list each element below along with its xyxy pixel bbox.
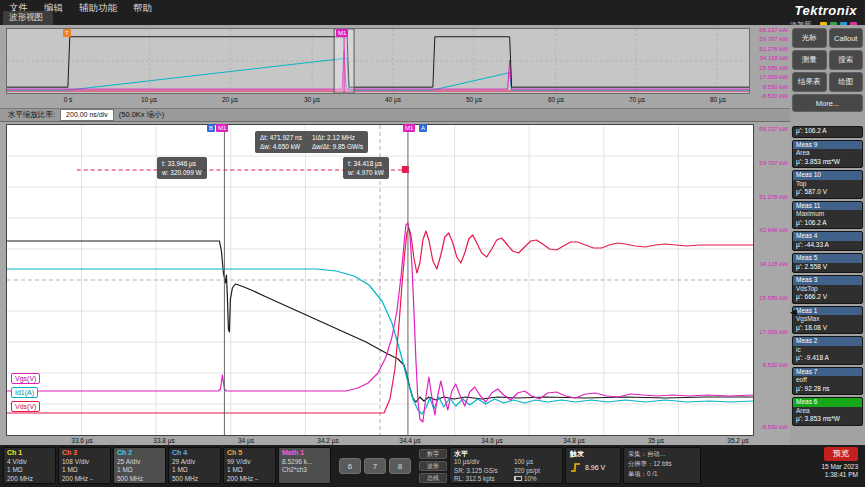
cursor-button[interactable]: 光标 — [792, 28, 827, 48]
overview-y-axis: 68.237 kW 59.707 kW 51.278 kW 34.118 kW … — [752, 27, 788, 99]
measurement-badge[interactable]: Meas 9 Area µ': 3.853 ms*W — [792, 140, 863, 169]
measurement-badge-selected[interactable]: Meas 6 Area µ': 3.853 ms*W — [792, 397, 863, 426]
measurement-name: eoff — [793, 376, 862, 385]
results-table-button[interactable]: 结果表 — [792, 72, 827, 92]
y-tick: 51.278 kW — [759, 194, 788, 200]
x-tick: 35.2 µs — [727, 437, 748, 444]
search-button[interactable]: 搜索 — [829, 50, 864, 70]
measurement-badge[interactable]: µ': 106.2 A — [792, 126, 863, 138]
cursor-delta-readout[interactable]: Δt: 471.927 ns 1/Δt: 2.12 MHz Δw: 4.650 … — [255, 131, 368, 153]
menu-bar: 文件 编辑 辅助功能 帮助 波形视图 Tektronix 添加新... — [0, 0, 865, 25]
plot-button[interactable]: 绘图 — [829, 72, 864, 92]
measurement-id: Meas 7 — [793, 368, 862, 377]
zoom-scale-value[interactable]: 200.00 ns/div — [60, 109, 114, 121]
measurement-badge[interactable]: Meas 5 µ': 2.558 V — [792, 253, 863, 273]
measurement-badge[interactable]: Meas 3 VdsTop µ': 666.2 V — [792, 275, 863, 304]
x-tick: 50 µs — [466, 96, 482, 103]
measurement-id: Meas 6 — [793, 398, 862, 407]
channel-scale: 108 V/div — [62, 458, 107, 467]
measurement-value: µ': 18.08 V — [793, 324, 862, 334]
expansion-point-arrow[interactable]: ◀ — [790, 307, 797, 317]
x-tick: 33.6 µs — [71, 437, 92, 444]
channel-7-button[interactable]: 7 — [364, 458, 386, 474]
bus-button[interactable]: 总线 — [419, 473, 447, 483]
results-sidebar: 光标 Callout 测量 搜索 结果表 绘图 More... µ': 106.… — [790, 25, 865, 445]
measurement-badge[interactable]: Meas 7 eoff µ': 92.28 ns — [792, 367, 863, 396]
channel-badge-ch1[interactable]: Ch 1 4 V/div 1 MΩ 200 MHz — [3, 447, 56, 484]
overview-plot[interactable]: T M1 — [6, 28, 750, 94]
measurement-badge[interactable]: Meas 11 Maximum µ': 106.2 A — [792, 201, 863, 230]
measurement-value: µ': 3.853 ms*W — [793, 415, 862, 425]
x-tick: 33.8 µs — [153, 437, 174, 444]
trigger-badge[interactable]: 触发 8.96 V — [565, 447, 621, 484]
channel-name: Ch 4 — [172, 449, 217, 458]
y-tick: 68.237 kW — [759, 27, 788, 33]
bandwidth-limit-icon: ~ — [255, 476, 259, 482]
y-tick: -8.530 kW — [761, 93, 788, 99]
measurement-badge[interactable]: Meas 4 µ': -44.33 A — [792, 231, 863, 251]
overview-m1-marker[interactable]: M1 — [336, 29, 348, 37]
digital-button[interactable]: 数字 — [419, 449, 447, 459]
cursor-a-readout[interactable]: t: 33.946 µs w: 320.099 W — [157, 157, 207, 179]
callout-button[interactable]: Callout — [829, 28, 864, 48]
channel-badge-ch4[interactable]: Ch 4 29 A/div 1 MΩ 500 MHz — [168, 447, 221, 484]
measurement-badge[interactable]: Meas 2 ic µ': -9.418 A — [792, 336, 863, 365]
y-tick: 59.707 kW — [759, 160, 788, 166]
overview-panel: T M1 0 s 10 µs 20 µs 30 µs 40 µs 50 µs 6… — [0, 25, 790, 108]
cursor-b-flag-a[interactable]: A — [419, 124, 427, 132]
cursor-b-readout[interactable]: t: 34.418 µs w: 4.970 kW — [343, 157, 389, 179]
y-tick: 25.589 kW — [759, 65, 788, 71]
measurement-name: Area — [793, 407, 862, 416]
channel-name: Math 1 — [282, 449, 327, 458]
more-button[interactable]: More... — [792, 94, 863, 112]
measurement-name: Area — [793, 149, 862, 158]
zoom-factor-label: (50.0Kx 缩小) — [119, 110, 164, 120]
math-scale: 8.5296 k... — [282, 458, 327, 467]
channel-impedance: 1 MΩ — [62, 466, 107, 475]
channel-badge-ch2[interactable]: Ch 2 25 A/div 1 MΩ 500 MHz — [113, 447, 166, 484]
x-tick: 34.4 µs — [399, 437, 420, 444]
vds-trace-label[interactable]: Vds(V) — [11, 401, 40, 412]
math-expression: Ch2*ch3 — [282, 466, 327, 475]
channel-name: Ch 1 — [7, 449, 52, 458]
measurement-id: Meas 9 — [793, 141, 862, 150]
trigger-marker[interactable]: T — [63, 29, 71, 37]
measure-button[interactable]: 测量 — [792, 50, 827, 70]
measurement-badge[interactable]: Meas 10 Top µ': 587.0 V — [792, 170, 863, 199]
horizontal-duration: 100 µs — [514, 458, 558, 467]
waveform-button[interactable]: 波形 — [419, 461, 447, 471]
horizontal-settings-badge[interactable]: 水平 10 µs/div 100 µs SR: 3.125 GS/s 320 p… — [449, 447, 563, 484]
measurement-id: Meas 1 — [793, 307, 862, 316]
measurement-badge[interactable]: Meas 1 VgsMax µ': 18.08 V — [792, 306, 863, 335]
cursor-b-time: t: 34.418 µs — [348, 159, 384, 168]
channel-badge-ch5[interactable]: Ch 5 99 V/div 1 MΩ 200 MHz ~ — [223, 447, 276, 484]
waveform-view-tab[interactable]: 波形视图 — [3, 11, 53, 25]
acquisition-resolution: 分辨率：12 bits — [628, 459, 696, 469]
cursor-a-flag-m1[interactable]: M1 — [216, 124, 228, 132]
y-tick: 17.059 kW — [759, 74, 788, 80]
add-source-buttons: 数字 波形 总线 — [419, 449, 447, 483]
menu-help[interactable]: 帮助 — [126, 1, 159, 16]
cursor-b-flag-m1[interactable]: M1 — [403, 124, 415, 132]
channel-badge-ch3[interactable]: Ch 3 108 V/div 1 MΩ 200 MHz ~ — [58, 447, 111, 484]
math1-badge[interactable]: Math 1 8.5296 k... Ch2*ch3 — [278, 447, 331, 484]
x-tick: 34 µs — [238, 437, 254, 444]
acquisition-badge[interactable]: 采集：自动… 分辨率：12 bits 单项：0 /1 — [623, 447, 701, 484]
channel-8-button[interactable]: 8 — [389, 458, 411, 474]
channel-6-button[interactable]: 6 — [339, 458, 361, 474]
vgs-trace-label[interactable]: Vgs(V) — [11, 373, 40, 384]
channel-bandwidth: 200 MHz — [7, 475, 52, 484]
acquisition-count: 单项：0 /1 — [628, 469, 696, 479]
x-tick: 40 µs — [385, 96, 401, 103]
horizontal-position: 10% — [524, 475, 537, 482]
channel-bandwidth: 500 MHz — [172, 475, 217, 484]
cursor-a-flag-b[interactable]: B — [207, 124, 215, 132]
measurement-id: Meas 2 — [793, 337, 862, 346]
menu-accessibility[interactable]: 辅助功能 — [72, 1, 124, 16]
x-tick: 35 µs — [648, 437, 664, 444]
delta-w-per-t: Δw/Δt: 9.85 GW/s — [312, 142, 363, 151]
id-trace-label[interactable]: Id1(A) — [11, 387, 38, 398]
horizontal-scale: 10 µs/div — [454, 458, 514, 467]
main-plot[interactable]: B M1 M1 A Δt: 471.927 ns 1/Δt: 2.12 MHz … — [6, 124, 754, 436]
horizontal-position-icon — [514, 476, 522, 481]
